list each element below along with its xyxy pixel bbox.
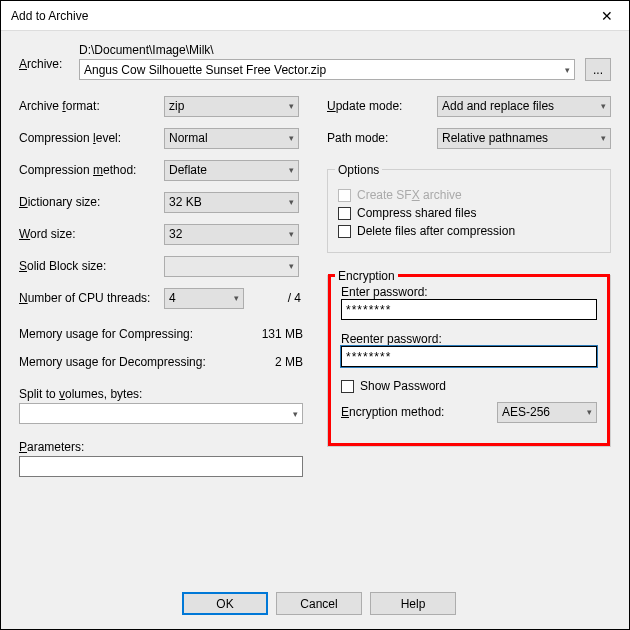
word-size-label: Word size: <box>19 227 164 241</box>
reenter-password-label: Reenter password: <box>341 332 597 346</box>
help-button[interactable]: Help <box>370 592 456 615</box>
chevron-down-icon: ▾ <box>289 261 294 271</box>
window-title: Add to Archive <box>11 9 584 23</box>
content: Archive: D:\Document\Image\Milk\ Angus C… <box>1 31 629 477</box>
browse-button[interactable]: ... <box>585 58 611 81</box>
close-icon[interactable]: ✕ <box>584 1 629 31</box>
encryption-method-select[interactable]: AES-256▾ <box>497 402 597 423</box>
mem-compress-value: 131 MB <box>262 327 303 341</box>
sfx-checkbox-row: Create SFX archive <box>338 188 600 202</box>
sfx-label: Create SFX archive <box>357 188 462 202</box>
enter-password-label: Enter password: <box>341 285 597 299</box>
compress-shared-row[interactable]: Compress shared files <box>338 206 600 220</box>
delete-after-checkbox[interactable] <box>338 225 351 238</box>
dialog-window: Add to Archive ✕ Archive: D:\Document\Im… <box>0 0 630 630</box>
archive-filename-select[interactable]: Angus Cow Silhouette Sunset Free Vector.… <box>79 59 575 80</box>
split-volumes-label: Split to volumes, bytes: <box>19 387 303 401</box>
archive-format-label: Archive format: <box>19 99 164 113</box>
archive-filename-value: Angus Cow Silhouette Sunset Free Vector.… <box>84 63 326 77</box>
encryption-fieldset: Enter password: ******** Reenter passwor… <box>327 275 611 447</box>
compress-shared-checkbox[interactable] <box>338 207 351 220</box>
archive-label: Archive: <box>19 43 69 71</box>
chevron-down-icon: ▾ <box>293 409 298 419</box>
archive-path-text: D:\Document\Image\Milk\ <box>79 43 575 57</box>
enter-password-input[interactable]: ******** <box>341 299 597 320</box>
delete-after-label: Delete files after compression <box>357 224 515 238</box>
compression-level-select[interactable]: Normal▾ <box>164 128 299 149</box>
update-mode-label: Update mode: <box>327 99 437 113</box>
encryption-fieldset-label: Encryption <box>335 269 398 283</box>
options-fieldset-label: Options <box>335 163 382 177</box>
mem-decompress-label: Memory usage for Decompressing: <box>19 355 275 369</box>
dictionary-size-label: Dictionary size: <box>19 195 164 209</box>
cpu-threads-select[interactable]: 4▾ <box>164 288 244 309</box>
parameters-label: Parameters: <box>19 440 303 454</box>
titlebar: Add to Archive ✕ <box>1 1 629 31</box>
chevron-down-icon: ▾ <box>601 133 606 143</box>
left-column: Archive format: zip▾ Compression level: … <box>19 95 303 477</box>
word-size-select[interactable]: 32▾ <box>164 224 299 245</box>
chevron-down-icon: ▾ <box>289 101 294 111</box>
parameters-input[interactable] <box>19 456 303 477</box>
solid-block-select: ▾ <box>164 256 299 277</box>
ellipsis-icon: ... <box>593 63 603 77</box>
path-mode-label: Path mode: <box>327 131 437 145</box>
right-column: Update mode: Add and replace files▾ Path… <box>327 95 611 477</box>
chevron-down-icon: ▾ <box>289 165 294 175</box>
cpu-threads-total: / 4 <box>244 291 303 305</box>
show-password-row[interactable]: Show Password <box>341 379 597 393</box>
chevron-down-icon: ▾ <box>565 65 570 75</box>
dictionary-size-select[interactable]: 32 KB▾ <box>164 192 299 213</box>
show-password-label: Show Password <box>360 379 446 393</box>
mem-decompress-value: 2 MB <box>275 355 303 369</box>
split-volumes-select[interactable]: ▾ <box>19 403 303 424</box>
sfx-checkbox <box>338 189 351 202</box>
chevron-down-icon: ▾ <box>289 133 294 143</box>
reenter-password-input[interactable]: ******** <box>341 346 597 367</box>
chevron-down-icon: ▾ <box>601 101 606 111</box>
encryption-method-label: Encryption method: <box>341 405 497 419</box>
archive-format-select[interactable]: zip▾ <box>164 96 299 117</box>
ok-button[interactable]: OK <box>182 592 268 615</box>
show-password-checkbox[interactable] <box>341 380 354 393</box>
compression-level-label: Compression level: <box>19 131 164 145</box>
cancel-button[interactable]: Cancel <box>276 592 362 615</box>
compression-method-select[interactable]: Deflate▾ <box>164 160 299 181</box>
chevron-down-icon: ▾ <box>587 407 592 417</box>
compress-shared-label: Compress shared files <box>357 206 476 220</box>
encryption-highlight-box: Enter password: ******** Reenter passwor… <box>328 274 610 446</box>
compression-method-label: Compression method: <box>19 163 164 177</box>
footer-buttons: OK Cancel Help <box>1 592 629 615</box>
path-mode-select[interactable]: Relative pathnames▾ <box>437 128 611 149</box>
chevron-down-icon: ▾ <box>289 229 294 239</box>
update-mode-select[interactable]: Add and replace files▾ <box>437 96 611 117</box>
chevron-down-icon: ▾ <box>289 197 294 207</box>
delete-after-row[interactable]: Delete files after compression <box>338 224 600 238</box>
solid-block-label: Solid Block size: <box>19 259 164 273</box>
options-fieldset: Create SFX archive Compress shared files… <box>327 169 611 253</box>
cpu-threads-label: Number of CPU threads: <box>19 291 164 305</box>
chevron-down-icon: ▾ <box>234 293 239 303</box>
mem-compress-label: Memory usage for Compressing: <box>19 327 262 341</box>
